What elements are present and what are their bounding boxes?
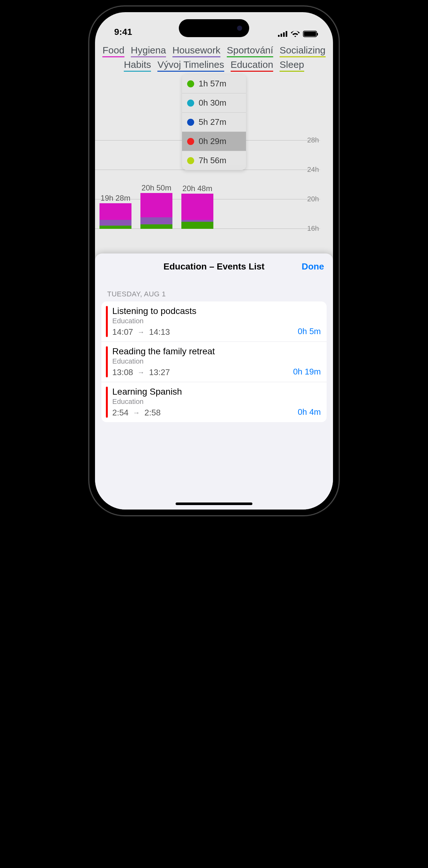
wifi-icon — [291, 31, 300, 37]
category-legend: Food Hygiena Housework Sportování Social… — [95, 37, 333, 73]
event-title: Listening to podcasts — [112, 306, 293, 316]
tooltip-row[interactable]: 7h 56m — [182, 151, 246, 170]
event-time: 2:54 → 2:58 — [112, 408, 293, 418]
legend-food[interactable]: Food — [102, 45, 124, 57]
event-duration: 0h 4m — [298, 407, 321, 418]
axis-label: 24h — [307, 165, 320, 174]
event-duration: 0h 19m — [293, 367, 321, 377]
arrow-right-icon: → — [137, 368, 144, 377]
gridline-16: 16h — [95, 228, 320, 237]
svg-rect-1 — [281, 34, 282, 37]
tooltip-value: 0h 29m — [199, 136, 227, 146]
event-to: 14:13 — [149, 327, 170, 337]
bar-total: 20h 48m — [177, 184, 218, 193]
cellular-signal-icon — [278, 31, 288, 37]
legend-socializing[interactable]: Socializing — [279, 45, 325, 57]
bar-2[interactable]: 20h 50m — [140, 193, 172, 229]
legend-sleep[interactable]: Sleep — [279, 59, 304, 72]
dynamic-island — [179, 19, 249, 37]
bar-total: 19h 28m — [95, 194, 136, 203]
legend-education[interactable]: Education — [231, 59, 273, 72]
event-main: Learning Spanish Education 2:54 → 2:58 — [112, 386, 293, 418]
gridline-24: 24h — [95, 169, 320, 178]
chart: 28h 24h 20h 16h 19h 28m 20h 50m — [95, 77, 333, 275]
bar-3[interactable]: 20h 48m — [182, 194, 213, 229]
dot-icon — [187, 119, 194, 126]
category-color-bar — [106, 386, 108, 418]
dot-icon — [187, 157, 194, 164]
legend-vyvoj[interactable]: Vývoj Timelines — [157, 59, 224, 72]
done-button[interactable]: Done — [302, 261, 324, 272]
axis-label: 28h — [307, 136, 320, 144]
tooltip-row[interactable]: 0h 30m — [182, 93, 246, 113]
event-category: Education — [112, 317, 293, 325]
axis-label: 16h — [307, 224, 320, 233]
legend-hygiena[interactable]: Hygiena — [131, 45, 166, 57]
sheet-title: Education – Events List — [163, 261, 265, 272]
bar-seg — [140, 217, 172, 224]
bar-seg — [99, 220, 131, 226]
events-sheet: Education – Events List Done TUESDAY, AU… — [95, 253, 333, 509]
svg-rect-2 — [283, 32, 285, 37]
sheet-header: Education – Events List Done — [95, 255, 333, 278]
event-to: 13:27 — [149, 367, 170, 377]
event-title: Learning Spanish — [112, 386, 293, 397]
event-title: Reading the family retreat — [112, 346, 289, 356]
category-color-bar — [106, 306, 108, 337]
tooltip-row[interactable]: 1h 57m — [182, 74, 246, 93]
tooltip-row-selected[interactable]: 0h 29m — [182, 132, 246, 151]
legend-sportovani[interactable]: Sportování — [227, 45, 273, 57]
dot-icon — [187, 138, 194, 145]
bar-seg — [99, 203, 131, 220]
dot-icon — [187, 99, 194, 106]
event-time: 13:08 → 13:27 — [112, 367, 289, 377]
svg-rect-3 — [286, 31, 287, 37]
bar-seg — [140, 193, 172, 217]
bar-total: 20h 50m — [136, 183, 177, 192]
section-date-label: TUESDAY, AUG 1 — [95, 278, 333, 302]
event-from: 2:54 — [112, 408, 129, 418]
event-to: 2:58 — [144, 408, 161, 418]
bar-1[interactable]: 19h 28m — [99, 203, 131, 229]
tooltip-value: 5h 27m — [199, 117, 227, 127]
event-category: Education — [112, 398, 293, 406]
tooltip-value: 0h 30m — [199, 98, 227, 108]
status-time: 9:41 — [114, 27, 132, 37]
event-row[interactable]: Learning Spanish Education 2:54 → 2:58 0… — [101, 382, 327, 422]
event-duration: 0h 5m — [298, 327, 321, 337]
bar-seg — [99, 226, 131, 229]
category-color-bar — [106, 346, 108, 377]
event-from: 13:08 — [112, 367, 133, 377]
svg-rect-0 — [278, 35, 279, 37]
event-row[interactable]: Listening to podcasts Education 14:07 → … — [101, 302, 327, 342]
tooltip-row[interactable]: 5h 27m — [182, 113, 246, 132]
chart-tooltip[interactable]: 1h 57m 0h 30m 5h 27m 0h 29m 7h 56m — [182, 74, 246, 170]
phone-frame: 9:41 Food Hygiena Housework Sportování S… — [89, 6, 339, 515]
event-category: Education — [112, 357, 289, 366]
tooltip-value: 1h 57m — [199, 79, 227, 89]
legend-habits[interactable]: Habits — [124, 59, 151, 72]
bar-seg — [182, 222, 213, 229]
event-main: Reading the family retreat Education 13:… — [112, 346, 289, 377]
battery-icon — [303, 31, 317, 37]
home-indicator[interactable] — [176, 502, 252, 505]
dot-icon — [187, 80, 194, 87]
event-row[interactable]: Reading the family retreat Education 13:… — [101, 342, 327, 382]
bar-seg — [140, 224, 172, 229]
arrow-right-icon: → — [137, 328, 144, 336]
bars: 19h 28m 20h 50m 20h 48 — [99, 193, 213, 229]
event-from: 14:07 — [112, 327, 133, 337]
event-time: 14:07 → 14:13 — [112, 327, 293, 337]
bar-seg — [182, 194, 213, 220]
legend-housework[interactable]: Housework — [172, 45, 220, 57]
status-icons — [278, 31, 317, 37]
screen: 9:41 Food Hygiena Housework Sportování S… — [95, 12, 333, 509]
tooltip-value: 7h 56m — [199, 156, 227, 165]
event-main: Listening to podcasts Education 14:07 → … — [112, 306, 293, 337]
arrow-right-icon: → — [133, 409, 140, 417]
events-list: Listening to podcasts Education 14:07 → … — [101, 302, 327, 422]
axis-label: 20h — [307, 195, 320, 203]
